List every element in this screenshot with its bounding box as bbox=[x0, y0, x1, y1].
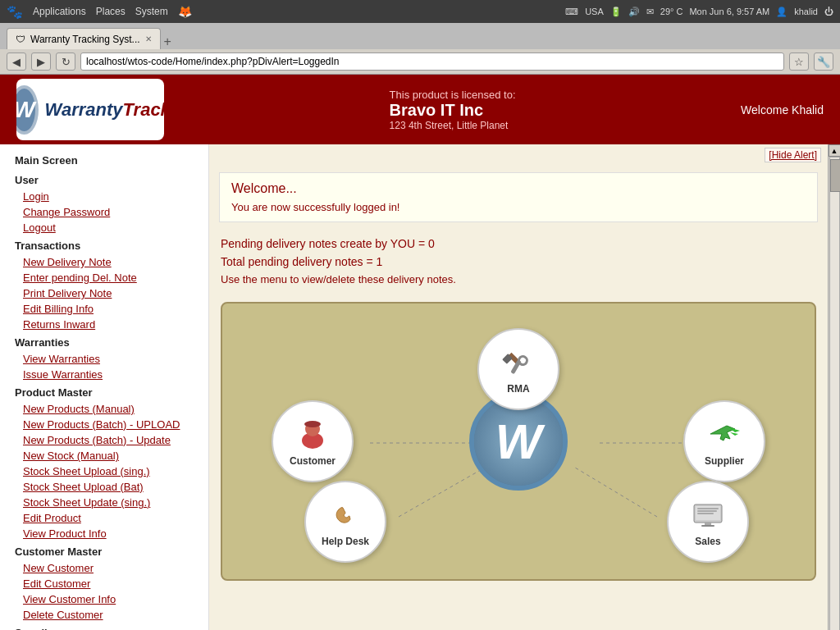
site-logo: W WarrantyTrack bbox=[16, 79, 164, 140]
browser-tab[interactable]: 🛡 Warranty Tracking Syst... ✕ bbox=[7, 28, 161, 49]
scroll-track[interactable] bbox=[829, 157, 840, 630]
sidebar-warranties-section: Warranties bbox=[0, 334, 208, 351]
welcome-message: Welcome Khalid bbox=[741, 103, 824, 116]
orbit-item-helpdesk[interactable]: Help Desk bbox=[304, 481, 386, 563]
orbit-label-rma: RMA bbox=[507, 383, 529, 395]
battery-icon: 🔋 bbox=[610, 7, 622, 17]
user-icon: 👤 bbox=[776, 7, 788, 17]
sidebar-item-new-products-batch-upload[interactable]: New Products (Batch) - UPLOAD bbox=[0, 417, 208, 432]
page-wrapper: W WarrantyTrack This product is licensed… bbox=[0, 75, 840, 630]
sidebar-item-issue-warranties[interactable]: Issue Warranties bbox=[0, 367, 208, 382]
sidebar-item-print-delivery-note[interactable]: Print Delivery Note bbox=[0, 285, 208, 301]
sidebar-item-edit-customer[interactable]: Edit Customer bbox=[0, 576, 208, 591]
bookmark-button[interactable]: ☆ bbox=[789, 52, 809, 71]
back-button[interactable]: ◀ bbox=[7, 52, 26, 71]
sidebar-transactions-section: Transactions bbox=[0, 237, 208, 254]
pending-total-label: Total pending delivery notes = 1 bbox=[221, 255, 816, 268]
sidebar-item-enter-pending-del-note[interactable]: Enter pending Del. Note bbox=[0, 270, 208, 285]
sidebar-main-screen-label: Main Screen bbox=[0, 151, 208, 170]
forward-button[interactable]: ▶ bbox=[31, 52, 51, 71]
sidebar-item-change-password[interactable]: Change Password bbox=[0, 204, 208, 220]
sidebar-item-delete-customer[interactable]: Delete Customer bbox=[0, 607, 208, 623]
orbit-item-supplier[interactable]: Supplier bbox=[683, 400, 765, 482]
tools-button[interactable]: 🔧 bbox=[814, 52, 833, 71]
svg-point-6 bbox=[304, 421, 321, 427]
customer-icon bbox=[294, 416, 331, 452]
tab-close-button[interactable]: ✕ bbox=[145, 34, 152, 43]
datetime-label: Mon Jun 6, 9:57 AM bbox=[689, 7, 769, 16]
sidebar-item-view-warranties[interactable]: View Warranties bbox=[0, 351, 208, 367]
scroll-thumb[interactable] bbox=[830, 159, 841, 192]
applications-menu[interactable]: Applications bbox=[33, 6, 86, 17]
sidebar-item-stock-sheet-upload-sing[interactable]: Stock Sheet Upload (sing.) bbox=[0, 463, 208, 479]
pending-info: Pending delivery notes create by YOU = 0… bbox=[209, 229, 828, 294]
sidebar-item-new-products-manual[interactable]: New Products (Manual) bbox=[0, 401, 208, 417]
license-line: This product is licensed to: bbox=[390, 89, 516, 101]
company-address: 123 4th Street, Little Planet bbox=[390, 120, 516, 131]
pending-you-label: Pending delivery notes create by YOU = 0 bbox=[221, 237, 816, 250]
rma-icon bbox=[500, 344, 536, 380]
sidebar-item-view-product-info[interactable]: View Product Info bbox=[0, 526, 208, 541]
nav-bar: ◀ ▶ ↻ localhost/wtos-code/Home/index.php… bbox=[0, 49, 840, 74]
firefox-icon: 🦊 bbox=[178, 5, 192, 18]
sidebar-item-view-customer-info[interactable]: View Customer Info bbox=[0, 591, 208, 607]
hide-alert-button[interactable]: [Hide Alert] bbox=[765, 148, 821, 162]
sidebar-item-new-delivery-note[interactable]: New Delivery Note bbox=[0, 254, 208, 270]
sidebar-item-edit-product[interactable]: Edit Product bbox=[0, 510, 208, 526]
sidebar-item-new-stock-manual[interactable]: New Stock (Manual) bbox=[0, 448, 208, 463]
os-taskbar-right: ⌨ USA 🔋 🔊 ✉ 29° C Mon Jun 6, 9:57 AM 👤 k… bbox=[565, 7, 833, 17]
places-menu[interactable]: Places bbox=[96, 6, 126, 17]
diagram-container: W RMA bbox=[221, 302, 816, 581]
url-text: localhost/wtos-code/Home/index.php?pDivA… bbox=[86, 56, 340, 67]
sidebar-supplier-section: Supplier bbox=[0, 624, 208, 630]
sidebar-item-edit-billing-info[interactable]: Edit Billing Info bbox=[0, 301, 208, 317]
logo-gear-icon: W bbox=[16, 85, 39, 135]
os-icon: 🐾 bbox=[7, 4, 23, 20]
scrollbar[interactable]: ▲ ▼ bbox=[828, 144, 840, 630]
sales-icon bbox=[687, 496, 728, 532]
main-layout: Main Screen User Login Change Password L… bbox=[0, 144, 840, 630]
svg-line-18 bbox=[575, 468, 657, 517]
tab-title: Warranty Tracking Syst... bbox=[30, 34, 140, 45]
svg-rect-13 bbox=[701, 525, 714, 527]
content-area: [Hide Alert] Welcome... You are now succ… bbox=[209, 144, 828, 630]
email-icon: ✉ bbox=[646, 7, 654, 17]
license-info: This product is licensed to: Bravo IT In… bbox=[390, 89, 516, 131]
sidebar-item-stock-sheet-upload-bat[interactable]: Stock Sheet Upload (Bat) bbox=[0, 479, 208, 495]
sidebar-product-section: Product Master bbox=[0, 384, 208, 401]
sidebar-item-logout[interactable]: Logout bbox=[0, 220, 208, 235]
helpdesk-icon bbox=[327, 496, 363, 532]
sidebar-item-returns-inward[interactable]: Returns Inward bbox=[0, 317, 208, 332]
volume-icon: 🔊 bbox=[628, 7, 640, 17]
sidebar-item-new-customer[interactable]: New Customer bbox=[0, 560, 208, 576]
welcome-box: Welcome... You are now successfully logg… bbox=[219, 172, 818, 222]
orbit-item-rma[interactable]: RMA bbox=[477, 328, 559, 410]
locale-label: USA bbox=[585, 7, 604, 16]
sidebar-item-new-products-batch-update[interactable]: New Products (Batch) - Update bbox=[0, 432, 208, 448]
address-bar[interactable]: localhost/wtos-code/Home/index.php?pDivA… bbox=[80, 52, 784, 71]
system-menu[interactable]: System bbox=[135, 6, 168, 17]
sidebar-item-stock-sheet-update-sing[interactable]: Stock Sheet Update (sing.) bbox=[0, 495, 208, 510]
svg-rect-11 bbox=[697, 513, 714, 514]
power-icon: ⏻ bbox=[824, 7, 833, 16]
os-taskbar-left: 🐾 Applications Places System 🦊 bbox=[7, 4, 192, 20]
orbit-label-helpdesk: Help Desk bbox=[322, 536, 369, 547]
sidebar: Main Screen User Login Change Password L… bbox=[0, 144, 209, 630]
orbit-item-sales[interactable]: Sales bbox=[667, 481, 749, 563]
orbit-item-customer[interactable]: Customer bbox=[272, 400, 354, 482]
os-bar: 🐾 Applications Places System 🦊 ⌨ USA 🔋 🔊… bbox=[0, 0, 840, 23]
tab-bar: 🛡 Warranty Tracking Syst... ✕ + bbox=[0, 23, 840, 49]
svg-rect-9 bbox=[697, 508, 719, 509]
logo-text: WarrantyTrack bbox=[45, 99, 164, 121]
company-name: Bravo IT Inc bbox=[390, 101, 516, 120]
svg-rect-10 bbox=[697, 510, 717, 512]
scroll-up-button[interactable]: ▲ bbox=[829, 144, 841, 157]
tab-favicon: 🛡 bbox=[16, 34, 25, 45]
reload-button[interactable]: ↻ bbox=[56, 52, 75, 71]
site-header: W WarrantyTrack This product is licensed… bbox=[0, 75, 840, 144]
sidebar-item-login[interactable]: Login bbox=[0, 189, 208, 204]
new-tab-button[interactable]: + bbox=[164, 34, 171, 49]
keyboard-icon: ⌨ bbox=[565, 7, 578, 17]
welcome-title: Welcome... bbox=[231, 181, 806, 196]
temp-label: 29° C bbox=[660, 7, 683, 16]
